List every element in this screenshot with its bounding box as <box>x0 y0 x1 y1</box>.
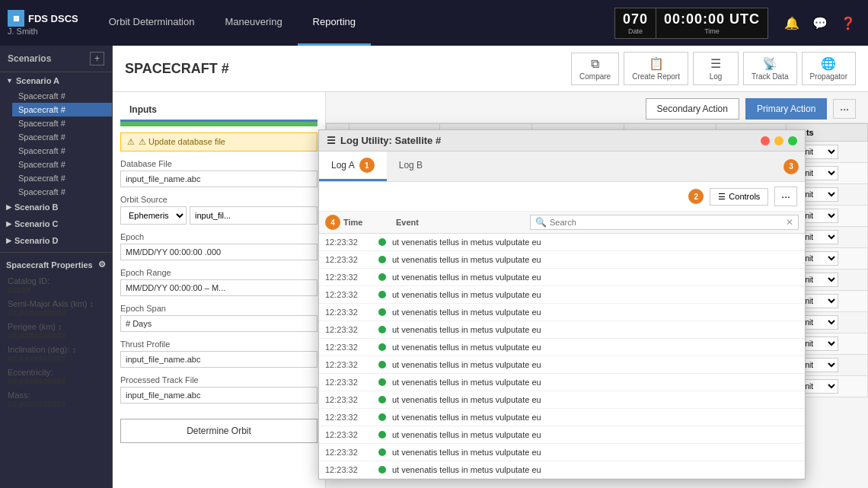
log-row[interactable]: 12:23:32 ut venenatis tellus in metus vu… <box>319 251 805 269</box>
compare-button[interactable]: ⧉ Compare <box>571 53 619 85</box>
eccentricity-row: Eccentricity: ##,########## <box>8 368 104 386</box>
modal-maximize-btn[interactable] <box>788 136 797 145</box>
log-row[interactable]: 12:23:32 ut venenatis tellus in metus vu… <box>319 409 805 426</box>
modal-tab-log-b[interactable]: Log B <box>387 152 435 181</box>
log-row[interactable]: 12:23:32 ut venenatis tellus in metus vu… <box>319 269 805 286</box>
log-label: Log <box>710 72 723 81</box>
scenario-d-header[interactable]: ▶ Scenario D <box>0 232 112 249</box>
spacecraft-item-6[interactable]: Spacecraft # <box>12 171 112 185</box>
col-time-header: Time <box>343 218 393 227</box>
modal-more-button[interactable]: ··· <box>774 187 797 206</box>
inputs-tab[interactable]: Inputs <box>120 100 318 122</box>
scenario-c-header[interactable]: ▶ Scenario C <box>0 215 112 232</box>
main-layout: Scenarios + ▼ Scenario A Spacecraft # Sp… <box>0 46 868 488</box>
modal-col-headers: 4 Time Event <box>319 212 524 233</box>
processed-track-input[interactable] <box>120 387 318 403</box>
log-row[interactable]: 12:23:32 ut venenatis tellus in metus vu… <box>319 286 805 304</box>
primary-action-button[interactable]: Primary Action <box>745 98 827 120</box>
epoch-group: Epoch <box>120 232 318 260</box>
spacecraft-item-3[interactable]: Spacecraft # <box>12 130 112 144</box>
nav-reporting[interactable]: Reporting <box>298 0 371 46</box>
create-report-icon: 📋 <box>649 56 664 71</box>
modal-close-btn[interactable] <box>761 136 770 145</box>
orbit-source-file-input[interactable] <box>190 206 318 225</box>
modal-search-input[interactable] <box>550 218 783 227</box>
secondary-action-button[interactable]: Secondary Action <box>646 98 739 120</box>
log-time: 12:23:32 <box>325 360 378 369</box>
log-row[interactable]: 12:23:32 ut venenatis tellus in metus vu… <box>319 444 805 461</box>
modal-tab-a-badge: 1 <box>359 158 375 173</box>
epoch-span-input[interactable] <box>120 315 318 332</box>
log-status-dot <box>378 291 386 298</box>
more-options-button[interactable]: ··· <box>833 99 856 119</box>
thrust-profile-input[interactable] <box>120 351 318 368</box>
log-row[interactable]: 12:23:32 ut venenatis tellus in metus vu… <box>319 356 805 374</box>
log-row[interactable]: 12:23:32 ut venenatis tellus in metus vu… <box>319 321 805 339</box>
create-report-button[interactable]: 📋 Create Report <box>624 52 688 85</box>
spacecraft-properties-gear-icon[interactable]: ⚙ <box>98 260 106 270</box>
log-event-text: ut venenatis tellus in metus vulputate e… <box>392 325 541 334</box>
track-data-button[interactable]: 📡 Track Data <box>743 52 797 85</box>
log-row[interactable]: 12:23:32 ut venenatis tellus in metus vu… <box>319 339 805 356</box>
search-clear-icon[interactable]: ✕ <box>786 217 793 228</box>
log-row[interactable]: 12:23:32 ut venenatis tellus in metus vu… <box>319 391 805 409</box>
modal-search-container: 🔍 ✕ <box>530 215 799 230</box>
perigee-row: Perigee (km) ↕ ##,########## <box>8 322 104 340</box>
modal-minimize-btn[interactable] <box>774 136 783 145</box>
inclination-label: Inclination (deg): ↕ <box>8 345 104 354</box>
notifications-icon[interactable]: 🔔 <box>780 13 804 33</box>
log-status-dot <box>378 396 386 403</box>
orbit-source-label: Orbit Source <box>120 195 318 204</box>
track-data-label: Track Data <box>752 72 789 81</box>
determine-orbit-button[interactable]: Determine Orbit <box>120 419 318 443</box>
log-status-dot <box>378 448 386 456</box>
log-event-text: ut venenatis tellus in metus vulputate e… <box>392 238 541 247</box>
scenario-d-arrow: ▶ <box>6 237 11 244</box>
spacecraft-item-5[interactable]: Spacecraft # <box>12 158 112 171</box>
scenario-a-header[interactable]: ▼ Scenario A <box>0 72 112 89</box>
scenario-b-header[interactable]: ▶ Scenario B <box>0 199 112 215</box>
header-icons: 🔔 💬 ❓ <box>780 13 860 33</box>
propagator-button[interactable]: 🌐 Propagator <box>802 52 856 85</box>
spacecraft-item-2[interactable]: Spacecraft # <box>12 116 112 130</box>
spacecraft-item-1[interactable]: Spacecraft # <box>12 103 112 116</box>
orbit-source-select[interactable]: Ephemeris <box>120 206 187 225</box>
log-row[interactable]: 12:23:32 ut venenatis tellus in metus vu… <box>319 234 805 251</box>
epoch-input[interactable] <box>120 244 318 260</box>
modal-window-controls <box>761 136 797 145</box>
spacecraft-item-7[interactable]: Spacecraft # <box>12 185 112 199</box>
mass-label: Mass: <box>8 391 104 400</box>
inclination-value: ##,########## <box>8 354 104 363</box>
spacecraft-item-4[interactable]: Spacecraft # <box>12 144 112 158</box>
database-file-label: Database File <box>120 159 318 168</box>
search-icon: 🔍 <box>535 217 547 228</box>
mass-row: Mass: ##,########## <box>8 391 104 409</box>
database-file-input[interactable] <box>120 171 318 187</box>
nav-maneuvering[interactable]: Maneuvering <box>209 0 297 46</box>
log-row[interactable]: 12:23:32 ut venenatis tellus in metus vu… <box>319 461 805 479</box>
log-row[interactable]: 12:23:32 ut venenatis tellus in metus vu… <box>319 304 805 321</box>
inclination-row: Inclination (deg): ↕ ##,########## <box>8 345 104 363</box>
scenarios-label: Scenarios <box>8 53 51 64</box>
help-icon[interactable]: ❓ <box>836 13 860 33</box>
messages-icon[interactable]: 💬 <box>808 13 832 33</box>
log-time: 12:23:32 <box>325 238 378 247</box>
log-event-text: ut venenatis tellus in metus vulputate e… <box>392 360 541 369</box>
spacecraft-item-0[interactable]: Spacecraft # <box>12 89 112 103</box>
warning-banner: ⚠ ⚠ Update database file <box>120 132 318 152</box>
log-time: 12:23:32 <box>325 325 378 334</box>
epoch-range-input[interactable] <box>120 279 318 296</box>
nav-orbit-determination[interactable]: Orbit Determination <box>94 0 210 46</box>
spacecraft-properties-header[interactable]: Spacecraft Properties ⚙ <box>0 256 112 273</box>
log-button[interactable]: ☰ Log <box>693 52 739 85</box>
scenario-c-label: Scenario C <box>14 219 58 228</box>
modal-tab-b-label: Log B <box>399 160 423 171</box>
modal-tab-log-a[interactable]: Log A 1 <box>319 152 387 181</box>
log-status-dot <box>378 308 386 316</box>
modal-controls-button[interactable]: ☰ Controls <box>710 188 768 206</box>
log-row[interactable]: 12:23:32 ut venenatis tellus in metus vu… <box>319 374 805 391</box>
warning-text: ⚠ Update database file <box>139 137 225 147</box>
log-event-text: ut venenatis tellus in metus vulputate e… <box>392 378 541 387</box>
log-row[interactable]: 12:23:32 ut venenatis tellus in metus vu… <box>319 426 805 444</box>
add-scenario-button[interactable]: + <box>90 52 104 65</box>
